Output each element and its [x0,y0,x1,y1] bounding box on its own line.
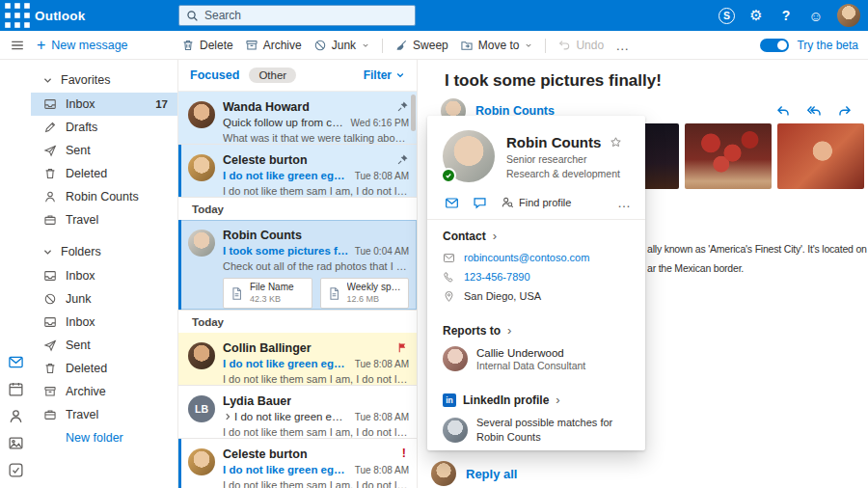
message-subject: I took some pictures finally! [223,245,349,257]
photo-thumbnail[interactable] [685,123,772,189]
folder-item-travel[interactable]: Travel [31,403,177,426]
linkedin-icon: in [443,393,456,407]
undo-button[interactable]: Undo [557,39,604,52]
move-to-button[interactable]: Move to [460,39,534,52]
send-icon [43,339,57,352]
contact-email-link[interactable]: robincounts@contoso.com [464,252,589,263]
archive-icon [43,385,57,398]
sidebar-item-travel[interactable]: Travel [31,208,177,231]
message-date: Tue 0:04 AM [355,246,409,257]
archive-button[interactable]: Archive [245,39,302,52]
chat-icon[interactable] [473,196,487,210]
linkedin-matches-row[interactable]: Several possible matches for Robin Count… [427,412,645,448]
list-scrollbar[interactable] [411,95,416,131]
new-folder-button[interactable]: New folder [31,426,177,449]
feedback-smiley-icon[interactable]: ☺ [807,6,825,25]
sender-avatar [188,342,215,369]
search-icon [186,10,199,22]
filter-button[interactable]: Filter [364,68,405,82]
people-module-icon[interactable] [8,408,24,424]
attachment-chip[interactable]: Weekly spread 12.6 MB [320,278,410,309]
folders-section-header[interactable]: Folders [31,239,177,264]
linkedin-section-header[interactable]: in LinkedIn profile › [427,384,645,412]
new-message-button[interactable]: + New message [37,35,128,56]
message-item[interactable]: LB Lydia Bauer I do not like green eggs … [178,386,417,439]
message-sender: Lydia Bauer [223,394,291,408]
chevron-right-icon: › [493,229,497,243]
tasks-module-icon[interactable] [8,462,24,478]
more-commands-button[interactable]: … [615,38,629,53]
settings-gear-icon[interactable]: ⚙ [747,6,765,25]
help-icon[interactable]: ? [777,6,795,25]
chevron-right-icon: › [556,393,559,407]
tab-other[interactable]: Other [249,68,296,83]
sender-avatar [188,154,215,181]
person-title: Internal Data Consultant [476,360,585,371]
sweep-button[interactable]: Sweep [394,39,448,52]
folder-item-archive[interactable]: Archive [31,380,177,403]
reports-to-section-header[interactable]: Reports to › [427,314,645,342]
attachment-chip[interactable]: File Name 42.3 KB [223,278,312,309]
forward-icon[interactable] [837,103,853,119]
archive-icon [245,39,258,52]
message-item-selected[interactable]: Robin Counts I took some pictures finall… [178,220,417,311]
folder-item-inbox[interactable]: Inbox [31,264,177,287]
message-date: Wed 6:16 PM [351,118,409,128]
user-avatar[interactable] [837,4,860,27]
skype-icon[interactable]: S [719,8,735,24]
favorites-section-header[interactable]: Favorites [31,68,177,93]
folder-item-inbox2[interactable]: Inbox [31,311,177,334]
tab-focused[interactable]: Focused [190,68,239,82]
reports-to-person[interactable]: Callie Underwood Internal Data Consultan… [427,342,645,375]
message-item[interactable]: Collin Ballinger I do not like green egg… [178,333,417,386]
junk-button[interactable]: Junk [313,39,370,52]
chevron-down-icon [42,75,53,86]
briefcase-icon [43,213,57,227]
photo-thumbnail[interactable] [777,123,864,189]
folder-item-junk[interactable]: Junk [31,287,177,311]
expand-conversation-icon[interactable] [223,412,232,421]
sidebar-item-drafts[interactable]: Drafts [31,116,177,139]
more-options-button[interactable]: … [617,195,632,210]
email-icon [443,252,455,264]
photos-module-icon[interactable] [8,435,24,451]
sidebar-item-sent[interactable]: Sent [31,139,177,162]
message-preview: I do not like them sam I am, I do not li… [223,426,409,438]
calendar-module-icon[interactable] [8,381,24,397]
message-item[interactable]: Wanda Howard Quick follow up from chat W… [178,92,417,145]
flag-icon[interactable] [396,341,409,354]
sidebar-item-robin-counts[interactable]: Robin Counts [31,185,177,208]
sidebar-item-deleted[interactable]: Deleted [31,162,177,185]
person-icon [43,190,57,203]
reply-all-button[interactable]: Reply all [431,461,517,486]
folder-item-deleted[interactable]: Deleted [31,357,177,380]
new-message-label: New message [51,39,127,52]
message-subject: Quick follow up from chat [223,117,345,128]
sidebar-item-inbox[interactable]: Inbox 17 [31,93,177,116]
message-item[interactable]: Celeste burton ! I do not like green egg… [178,439,417,488]
message-date: Tue 8:08 AM [355,359,409,369]
mail-module-icon[interactable] [8,354,24,370]
folder-pane: Favorites Inbox 17 Drafts Sent Deleted R… [31,60,177,488]
reply-icon[interactable] [775,103,791,119]
folder-item-sent[interactable]: Sent [31,334,177,357]
search-box[interactable] [178,5,416,26]
block-icon [43,292,57,306]
beta-toggle-label: Try the beta [797,39,858,52]
pin-icon[interactable] [396,100,409,113]
contact-phone-link[interactable]: 123-456-7890 [464,271,530,283]
search-input[interactable] [204,9,408,22]
contact-section-header[interactable]: Contact › [427,220,645,248]
hamburger-menu-icon[interactable] [10,38,25,53]
app-launcher-icon[interactable] [0,0,35,31]
beta-toggle[interactable] [760,39,789,52]
favorite-star-icon[interactable] [610,136,622,149]
date-group-header: Today [178,198,417,220]
send-email-icon[interactable] [445,196,459,210]
reply-all-icon[interactable] [806,103,822,119]
message-item[interactable]: Celeste burton I do not like green eggs … [178,145,417,198]
pin-icon[interactable] [396,153,409,166]
sender-avatar [188,101,215,128]
delete-button[interactable]: Delete [181,39,233,52]
find-profile-button[interactable]: Find profile [501,196,571,209]
